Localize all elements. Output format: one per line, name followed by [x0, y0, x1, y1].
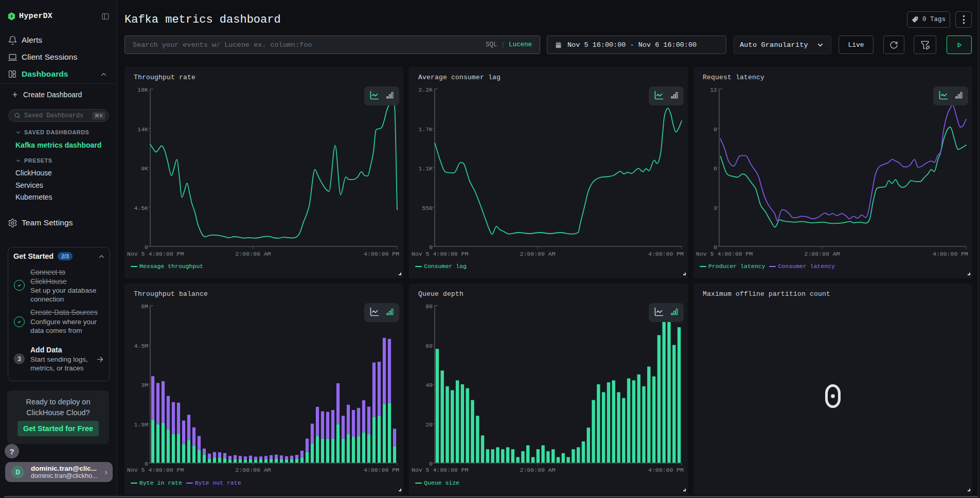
svg-text:2:00:00 AM: 2:00:00 AM	[235, 467, 271, 473]
svg-text:2:00:00 AM: 2:00:00 AM	[520, 251, 555, 257]
svg-text:12: 12	[710, 86, 717, 93]
svg-text:9K: 9K	[141, 165, 148, 172]
svg-text:2:00:00 AM: 2:00:00 AM	[520, 467, 555, 473]
svg-text:Nov 5 4:00:00 PM: Nov 5 4:00:00 PM	[696, 251, 753, 257]
svg-text:20: 20	[425, 421, 433, 428]
svg-text:4.5K: 4.5K	[134, 205, 148, 211]
svg-text:Nov 5 4:00:00 PM: Nov 5 4:00:00 PM	[412, 467, 469, 473]
svg-text:0: 0	[714, 244, 717, 251]
svg-text:1.1K: 1.1K	[418, 165, 433, 172]
svg-text:4:00:00 PM: 4:00:00 PM	[364, 251, 399, 257]
svg-text:Nov 5 4:00:00 PM: Nov 5 4:00:00 PM	[127, 251, 184, 257]
svg-text:4:00:00 PM: 4:00:00 PM	[364, 467, 399, 473]
svg-text:3: 3	[714, 205, 717, 211]
svg-text:0: 0	[429, 244, 433, 251]
svg-text:3M: 3M	[141, 382, 148, 388]
svg-text:1.5M: 1.5M	[134, 421, 148, 428]
svg-text:4:00:00 PM: 4:00:00 PM	[648, 467, 684, 473]
svg-text:9: 9	[714, 126, 717, 133]
svg-text:40: 40	[425, 382, 433, 388]
svg-text:4.5M: 4.5M	[134, 343, 148, 349]
svg-text:Nov 5 4:00:00 PM: Nov 5 4:00:00 PM	[127, 467, 184, 473]
svg-text:60: 60	[425, 343, 433, 349]
svg-text:2.2K: 2.2K	[418, 86, 433, 93]
svg-text:6: 6	[714, 165, 717, 172]
svg-text:4:00:00 PM: 4:00:00 PM	[933, 251, 968, 257]
svg-text:80: 80	[425, 303, 433, 310]
svg-text:2:00:00 AM: 2:00:00 AM	[804, 251, 840, 257]
svg-text:1.7K: 1.7K	[418, 126, 433, 133]
svg-text:Nov 5 4:00:00 PM: Nov 5 4:00:00 PM	[412, 251, 469, 257]
svg-text:550: 550	[422, 205, 433, 211]
svg-text:18K: 18K	[137, 86, 148, 93]
svg-text:2:00:00 AM: 2:00:00 AM	[235, 251, 271, 257]
svg-text:4:00:00 PM: 4:00:00 PM	[648, 251, 684, 257]
svg-text:0: 0	[145, 244, 148, 251]
svg-text:6M: 6M	[141, 303, 148, 310]
svg-text:14K: 14K	[137, 126, 148, 133]
